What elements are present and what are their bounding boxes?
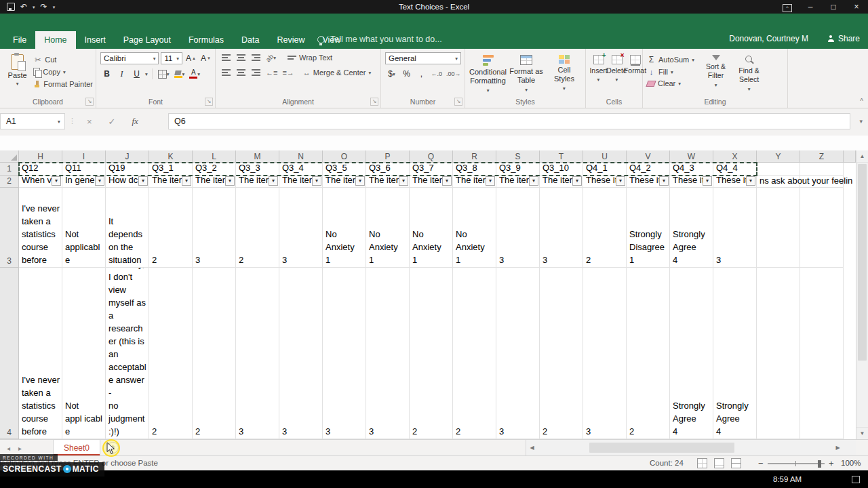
cell-L2[interactable]: The iter▾ [193, 176, 236, 188]
borders-button[interactable]: ▾ [157, 68, 171, 79]
cell-X4[interactable]: Strongly Agree 4 [713, 268, 757, 439]
column-header-K[interactable]: K [149, 150, 193, 163]
horizontal-scrollbar-thumb[interactable] [589, 443, 734, 453]
enter-formula-icon[interactable]: ✓ [108, 117, 116, 127]
cell-N1[interactable]: Q3_4 [279, 163, 323, 176]
clear-button[interactable]: Clear▾ [647, 79, 694, 87]
column-header-O[interactable]: O [323, 150, 366, 163]
cell-Y4[interactable] [757, 268, 800, 439]
zoom-slider-track[interactable] [768, 463, 825, 464]
cell-H3[interactable]: I've never taken a statistics course bef… [19, 188, 62, 268]
bold-button[interactable]: B [100, 68, 113, 79]
column-header-R[interactable]: R [453, 150, 496, 163]
column-header-Z[interactable]: Z [800, 150, 844, 163]
tab-data[interactable]: Data [233, 31, 268, 49]
underline-dropdown-icon[interactable]: ▾ [145, 71, 148, 77]
cell-O2[interactable]: The iter▾ [323, 176, 366, 188]
cell-J2[interactable]: How dc▾ [106, 176, 149, 188]
cell-L4[interactable]: 2 [193, 268, 236, 439]
cell-L3[interactable]: 3 [193, 188, 236, 268]
scroll-up-icon[interactable]: ▲ [856, 150, 868, 163]
alignment-dialog-launcher[interactable]: ↘ [370, 98, 378, 106]
increase-indent-button[interactable]: ≡→ [281, 67, 295, 78]
cell-I1[interactable]: Q11 [62, 163, 106, 176]
zoom-slider-thumb[interactable] [818, 460, 821, 468]
cell-U3[interactable]: 2 [583, 188, 627, 268]
filter-dropdown-V2[interactable]: ▾ [659, 176, 669, 186]
cancel-formula-icon[interactable]: × [87, 117, 92, 127]
scroll-right-icon[interactable]: ▶ [832, 440, 844, 455]
cell-S2[interactable]: The iter▾ [496, 176, 540, 188]
cell-S4[interactable]: 3 [496, 268, 540, 439]
cell-Z1[interactable] [800, 163, 844, 176]
cell-M3[interactable]: 2 [236, 188, 279, 268]
fill-button[interactable]: ↓Fill▾ [647, 68, 694, 76]
page-layout-view-icon[interactable] [714, 458, 724, 468]
filter-dropdown-M2[interactable]: ▾ [269, 176, 278, 186]
cell-J3[interactable]: It depends on the situation [106, 188, 149, 268]
percent-style-button[interactable]: % [400, 68, 413, 79]
filter-dropdown-H2[interactable]: ▾ [52, 176, 61, 186]
maximize-button[interactable]: □ [822, 0, 845, 14]
cell-H4[interactable]: I've never taken a statistics course bef… [19, 268, 62, 439]
scroll-left-icon[interactable]: ◀ [526, 440, 538, 455]
middle-align-button[interactable] [235, 52, 248, 63]
filter-dropdown-J2[interactable]: ▾ [138, 176, 148, 186]
column-header-W[interactable]: W [670, 150, 713, 163]
clipboard-dialog-launcher[interactable]: ↘ [85, 98, 94, 106]
conditional-formatting-button[interactable]: Conditional Formatting ▾ [469, 52, 507, 97]
cell-K3[interactable]: 2 [149, 188, 193, 268]
cell-P1[interactable]: Q3_6 [366, 163, 410, 176]
cell-W3[interactable]: Strongly Agree 4 [670, 188, 713, 268]
cell-H1[interactable]: Q12 [19, 163, 62, 176]
vertical-scrollbar[interactable]: ▲ ▼ [856, 150, 868, 439]
cell-P2[interactable]: The iter▾ [366, 176, 410, 188]
filter-dropdown-O2[interactable]: ▾ [355, 176, 365, 186]
column-header-M[interactable]: M [236, 150, 279, 163]
accounting-format-button[interactable]: $▾ [385, 68, 398, 79]
cell-P4[interactable]: 3 [366, 268, 410, 439]
column-header-S[interactable]: S [496, 150, 540, 163]
column-header-J[interactable]: J [106, 150, 149, 163]
cell-T2[interactable]: The iter▾ [540, 176, 583, 188]
underline-button[interactable]: U [130, 68, 143, 79]
account-name[interactable]: Donovan, Courtney M [729, 34, 808, 43]
cell-N4[interactable]: 3 [279, 268, 323, 439]
cell-Y1[interactable] [757, 163, 800, 176]
cell-Q4[interactable]: 2 [410, 268, 453, 439]
cell-R2[interactable]: The iter▾ [453, 176, 496, 188]
vertical-scrollbar-thumb[interactable] [858, 164, 867, 361]
find-select-button[interactable]: Find & Select ▾ [733, 52, 765, 97]
align-left-button[interactable] [220, 67, 233, 78]
cell-M4[interactable]: 3 [236, 268, 279, 439]
filter-dropdown-K2[interactable]: ▾ [182, 176, 191, 186]
cell-R3[interactable]: No Anxiety 1 [453, 188, 496, 268]
decrease-indent-button[interactable]: ←≡ [264, 67, 279, 78]
increase-font-size-button[interactable]: A▲ [184, 53, 197, 64]
column-header-U[interactable]: U [583, 150, 627, 163]
page-break-view-icon[interactable] [731, 458, 741, 468]
copy-button[interactable]: Copy▾ [33, 68, 93, 76]
minimize-button[interactable]: – [799, 0, 822, 14]
column-header-H[interactable]: H [19, 150, 62, 163]
column-header-X[interactable]: X [713, 150, 757, 163]
row-header-2[interactable]: 2 [0, 176, 19, 188]
number-format-combo[interactable]: General▾ [385, 52, 461, 64]
filter-dropdown-R2[interactable]: ▾ [486, 176, 495, 186]
tab-file[interactable]: File [4, 31, 35, 49]
filter-dropdown-U2[interactable]: ▾ [616, 176, 625, 186]
cell-K4[interactable]: 2 [149, 268, 193, 439]
cell-U2[interactable]: These it▾ [583, 176, 627, 188]
cell-U4[interactable]: 3 [583, 268, 627, 439]
filter-dropdown-T2[interactable]: ▾ [572, 176, 582, 186]
collapse-ribbon-icon[interactable]: ^ [860, 98, 863, 105]
top-align-button[interactable] [220, 52, 233, 63]
cell-J1[interactable]: Q19 [106, 163, 149, 176]
row-header-3[interactable]: 3 [0, 188, 19, 268]
name-box-dropdown-icon[interactable]: ▾ [54, 119, 64, 125]
cell-X2[interactable]: These it▾ [713, 176, 757, 188]
column-header-Q[interactable]: Q [410, 150, 453, 163]
tab-insert[interactable]: Insert [76, 31, 115, 49]
sort-filter-button[interactable]: Sort & Filter ▾ [700, 52, 732, 97]
cell-M2[interactable]: The iter▾ [236, 176, 279, 188]
